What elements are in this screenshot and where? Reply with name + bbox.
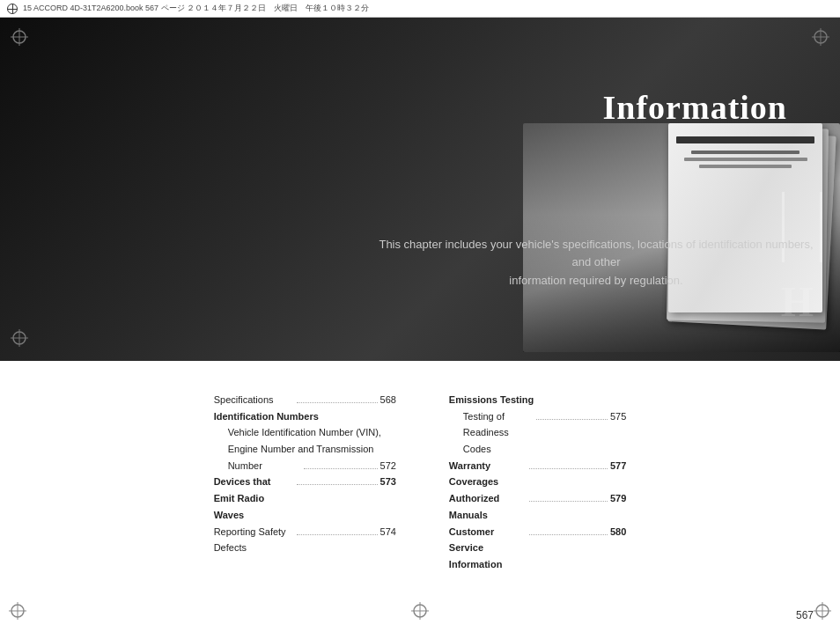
toc-dots-safety-defects bbox=[297, 534, 377, 535]
reg-mark-tl bbox=[11, 28, 28, 49]
page-number: 567 bbox=[796, 609, 814, 621]
toc-dots-devices bbox=[297, 484, 377, 485]
toc-label-id-numbers: Identification Numbers bbox=[214, 408, 396, 425]
paper-line-2 bbox=[691, 151, 799, 154]
toc-label-vin-1: Vehicle Identification Number (VIN), bbox=[228, 424, 396, 441]
toc-entry-customer-service: Customer Service Information 580 bbox=[449, 524, 626, 573]
toc-label-devices: Devices that Emit Radio Waves bbox=[214, 474, 294, 523]
toc-entry-warranty: Warranty Coverages 577 bbox=[449, 458, 626, 490]
reg-mark-white-bl bbox=[9, 602, 26, 623]
paper-line-1 bbox=[676, 136, 815, 143]
toc-page-auth-manuals: 579 bbox=[610, 490, 626, 507]
toc-label-safety-defects: Reporting Safety Defects bbox=[214, 524, 294, 556]
white-section: Specifications 568 Identification Number… bbox=[0, 361, 840, 632]
toc-page-safety-defects: 574 bbox=[380, 524, 396, 540]
toc-page-warranty: 577 bbox=[610, 458, 626, 474]
top-bar-crosshair-icon bbox=[7, 4, 18, 14]
toc-container: Specifications 568 Identification Number… bbox=[0, 378, 840, 586]
toc-entry-id-numbers: Identification Numbers bbox=[214, 408, 396, 425]
toc-page-customer-service: 580 bbox=[610, 524, 626, 540]
toc-page-number: 572 bbox=[380, 458, 396, 474]
toc-label-number: Number bbox=[228, 458, 301, 474]
title-area: Information bbox=[603, 88, 787, 127]
toc-label-emissions: Emissions Testing bbox=[449, 392, 626, 408]
toc-entry-vin-1: Vehicle Identification Number (VIN), bbox=[214, 424, 396, 441]
toc-entry-emissions: Emissions Testing bbox=[449, 392, 626, 408]
toc-label-readiness: Testing of Readiness Codes bbox=[463, 408, 534, 458]
toc-page-readiness: 575 bbox=[610, 408, 626, 425]
toc-label-specifications: Specifications bbox=[214, 392, 294, 408]
toc-page-specifications: 568 bbox=[380, 392, 396, 408]
toc-left-column: Specifications 568 Identification Number… bbox=[214, 392, 396, 573]
toc-label-warranty: Warranty Coverages bbox=[449, 458, 527, 490]
paper-line-4 bbox=[699, 165, 792, 168]
toc-right-column: Emissions Testing Testing of Readiness C… bbox=[449, 392, 626, 573]
toc-entry-readiness: Testing of Readiness Codes 575 bbox=[449, 408, 626, 458]
chapter-title: Information bbox=[603, 88, 787, 127]
toc-dots-customer-service bbox=[529, 534, 608, 535]
reg-mark-white-bc bbox=[411, 602, 429, 623]
toc-dots-warranty bbox=[529, 468, 608, 469]
reg-mark-tr bbox=[812, 28, 829, 49]
toc-entry-safety-defects: Reporting Safety Defects 574 bbox=[214, 524, 396, 556]
page-number-text: 567 bbox=[796, 609, 814, 621]
toc-dots-specifications bbox=[297, 402, 377, 403]
paper-line-3 bbox=[684, 158, 807, 161]
toc-entry-vin-2: Engine Number and Transmission bbox=[214, 441, 396, 458]
file-info-text: 15 ACCORD 4D-31T2A6200.book 567 ページ ２０１４… bbox=[23, 3, 369, 14]
dark-section: H Information This chapter includes your… bbox=[0, 18, 840, 361]
reg-mark-bl bbox=[11, 329, 28, 350]
toc-dots-number bbox=[304, 468, 377, 469]
description-line2: information required by regulation. bbox=[376, 272, 816, 290]
top-bar: 15 ACCORD 4D-31T2A6200.book 567 ページ ２０１４… bbox=[0, 0, 840, 18]
toc-entry-number: Number 572 bbox=[214, 458, 396, 474]
toc-label-vin-2: Engine Number and Transmission bbox=[228, 441, 396, 458]
toc-dots-auth-manuals bbox=[529, 501, 608, 502]
reg-mark-white-br bbox=[814, 602, 831, 623]
page-content: H Information This chapter includes your… bbox=[0, 18, 840, 632]
description-area: This chapter includes your vehicle's spe… bbox=[376, 236, 816, 290]
toc-entry-specifications: Specifications 568 bbox=[214, 392, 396, 408]
toc-label-customer-service: Customer Service Information bbox=[449, 524, 527, 573]
toc-entry-auth-manuals: Authorized Manuals 579 bbox=[449, 490, 626, 523]
toc-dots-readiness bbox=[536, 419, 608, 420]
description-line1: This chapter includes your vehicle's spe… bbox=[376, 236, 816, 273]
toc-entry-devices: Devices that Emit Radio Waves 573 bbox=[214, 474, 396, 523]
toc-page-devices: 573 bbox=[380, 474, 396, 490]
toc-label-auth-manuals: Authorized Manuals bbox=[449, 490, 527, 523]
